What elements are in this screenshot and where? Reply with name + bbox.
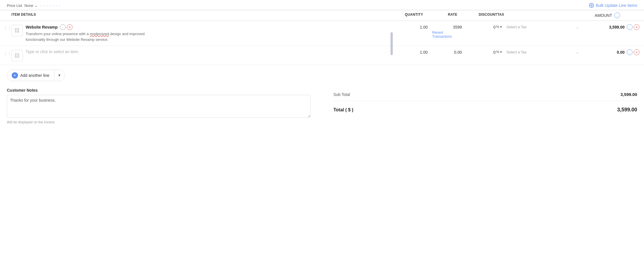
item-placeholder-text-2[interactable]: Type or click to select an item.: [26, 49, 79, 54]
tax-chevron-2: ⌄: [576, 50, 579, 54]
percent-label-1: % ▾: [496, 25, 502, 29]
discount-input-2[interactable]: [481, 50, 496, 55]
bulk-update-label: Bulk Update Line Items: [596, 3, 637, 8]
bottom-section: Customer Notes Thanks for your business.…: [0, 88, 644, 131]
add-line-button[interactable]: + Add another line ▼: [7, 70, 65, 81]
col-amount-label: AMOUNT: [595, 13, 612, 18]
col-amount-header: AMOUNT …: [574, 13, 620, 18]
bulk-update-button[interactable]: Bulk Update Line Items: [589, 3, 637, 8]
image-placeholder-icon-2: 🖼: [15, 53, 20, 59]
item-options-icon-1[interactable]: …: [60, 24, 66, 30]
image-placeholder-icon: 🖼: [15, 28, 20, 34]
item-name-row-1: Website Revamp … ✕: [26, 24, 389, 30]
col-quantity: QUANTITY: [386, 13, 423, 18]
row-delete-icon-2[interactable]: ✕: [634, 49, 639, 55]
row-more-icon-2[interactable]: …: [627, 49, 633, 55]
quantity-cell-1[interactable]: 1.00: [393, 21, 430, 33]
rate-value-2: 0.00: [454, 50, 462, 55]
price-list-value: None: [24, 3, 33, 8]
tax-cell-1[interactable]: Select a Tax ⌄: [504, 21, 581, 33]
col-item-details: ITEM DETAILS: [11, 13, 386, 18]
recent-transactions-link-1[interactable]: Recent Transactions: [432, 31, 462, 39]
item-image-2: 🖼: [11, 50, 23, 61]
quantity-cell-2[interactable]: 1.00: [393, 46, 430, 59]
chevron-down-icon: ⌄: [35, 3, 38, 8]
svg-point-0: [591, 5, 592, 6]
price-list-section: Price List None ⌄ - - - - - - -: [7, 3, 61, 8]
price-list-dashes: - - - - - - -: [41, 4, 61, 7]
rate-cell-1[interactable]: 3599 Recent Transactions: [430, 21, 464, 43]
item-info-2[interactable]: Type or click to select an item.: [26, 49, 389, 54]
item-description-1: Transform your online presence with a mo…: [26, 31, 163, 42]
add-line-main[interactable]: + Add another line: [7, 70, 54, 81]
row-actions-2: … ✕: [627, 46, 644, 55]
quantity-value-2: 1.00: [420, 50, 428, 55]
top-bar: Price List None ⌄ - - - - - - - Bulk Upd…: [0, 0, 644, 10]
subtotal-row: Sub Total 3,599.00: [333, 88, 637, 101]
tax-chevron-1: ⌄: [576, 25, 579, 29]
plus-circle-icon: +: [12, 72, 18, 79]
total-value: 3,599.00: [617, 107, 637, 113]
item-remove-icon-1[interactable]: ✕: [67, 24, 73, 30]
item-details-cell-2: ⋮⋮ 🖼 Type or click to select an item.: [11, 46, 393, 65]
row-actions-1: … ✕: [627, 21, 644, 30]
col-rate: RATE: [423, 13, 457, 18]
discount-cell-2[interactable]: % ▾: [464, 46, 504, 59]
tax-placeholder-1: Select a Tax: [506, 25, 527, 29]
line-items-table: ITEM DETAILS QUANTITY RATE DISCOUNT TAX …: [0, 10, 644, 65]
gear-icon: [589, 3, 594, 8]
price-list-dropdown[interactable]: None ⌄: [24, 3, 37, 8]
price-list-label: Price List: [7, 3, 22, 8]
subtotal-label: Sub Total: [333, 92, 350, 97]
subtotal-value: 3,599.00: [621, 92, 637, 97]
amount-cell-2: 0.00: [581, 46, 627, 59]
discount-type-1[interactable]: % ▾: [496, 25, 502, 29]
tax-placeholder-2: Select a Tax: [506, 50, 527, 54]
quantity-value-1: 1.00: [420, 25, 428, 29]
item-info-1: Website Revamp … ✕ Transform your online…: [26, 24, 389, 42]
col-discount: DISCOUNT: [457, 13, 497, 18]
discount-input-1[interactable]: [481, 25, 496, 29]
row-delete-icon-1[interactable]: ✕: [634, 24, 639, 30]
customer-notes-label: Customer Notes: [7, 88, 311, 93]
table-options-button[interactable]: …: [614, 13, 620, 18]
totals-section: Sub Total 3,599.00 Total ( $ ) 3,599.00: [322, 88, 637, 124]
col-tax: TAX: [497, 13, 574, 18]
tax-cell-2[interactable]: Select a Tax ⌄: [504, 46, 581, 58]
percent-label-2: % ▾: [496, 50, 502, 54]
table-header: ITEM DETAILS QUANTITY RATE DISCOUNT TAX …: [0, 10, 644, 21]
tax-select-2[interactable]: Select a Tax ⌄: [506, 50, 579, 54]
drag-handle-icon-2[interactable]: ⋮⋮: [3, 51, 11, 56]
tax-select-1[interactable]: Select a Tax ⌄: [506, 25, 579, 29]
item-image-1: 🖼: [11, 25, 23, 36]
row-more-icon-1[interactable]: …: [627, 24, 633, 30]
add-line-dropdown-arrow[interactable]: ▼: [54, 71, 65, 80]
total-label: Total ( $ ): [333, 107, 353, 113]
customer-notes-hint: Will be displayed on the invoice: [7, 120, 311, 124]
add-line-section: + Add another line ▼: [0, 65, 644, 86]
add-line-label: Add another line: [20, 73, 49, 78]
spellcheck-word: modernized: [90, 32, 109, 36]
rate-cell-2[interactable]: 0.00: [430, 46, 464, 59]
discount-type-2[interactable]: % ▾: [496, 50, 502, 54]
item-name-1[interactable]: Website Revamp: [26, 25, 58, 29]
customer-notes-input[interactable]: Thanks for your business.: [7, 95, 311, 118]
customer-notes-section: Customer Notes Thanks for your business.…: [7, 88, 322, 124]
drag-handle-icon[interactable]: ⋮⋮: [3, 26, 11, 31]
item-details-cell-1: ⋮⋮ 🖼 Website Revamp … ✕ Transform your o…: [11, 21, 393, 46]
table-row: ⋮⋮ 🖼 Type or click to select an item. 1.…: [0, 46, 644, 65]
amount-value-2: 0.00: [617, 50, 625, 55]
discount-cell-1[interactable]: % ▾: [464, 21, 504, 33]
rate-value-1: 3599: [453, 25, 462, 29]
amount-cell-1: 3,599.00: [581, 21, 627, 33]
item-icons-1: … ✕: [60, 24, 73, 30]
total-row: Total ( $ ) 3,599.00: [333, 101, 637, 117]
amount-value-1: 3,599.00: [609, 25, 625, 29]
table-row: ⋮⋮ 🖼 Website Revamp … ✕ Transform your o…: [0, 21, 644, 46]
